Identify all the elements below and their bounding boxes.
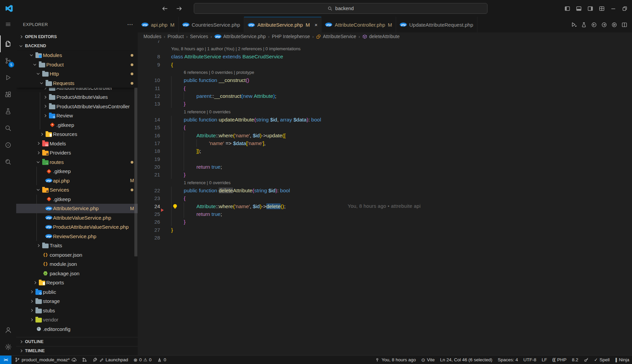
- run-circle-icon[interactable]: [611, 22, 617, 28]
- tab-attributecontroller.php[interactable]: phpAttributeController.phpM: [321, 17, 396, 32]
- code-line-17[interactable]: 17'name' => $data['name'],: [138, 139, 632, 147]
- code-line-8[interactable]: 8class AttributeService extends BaseCrud…: [138, 53, 632, 60]
- close-icon[interactable]: ×: [315, 22, 318, 27]
- run-dropdown-icon[interactable]: [571, 22, 577, 28]
- tree-item-stubs[interactable]: stubs: [16, 306, 138, 315]
- code-line-9[interactable]: 9{: [138, 61, 632, 68]
- breadcrumb-item[interactable]: deleteAttribute: [362, 34, 399, 39]
- activity-menu[interactable]: [0, 17, 16, 32]
- remote-indicator[interactable]: ><: [0, 356, 11, 364]
- tree-item-review[interactable]: Review: [16, 111, 138, 120]
- code-line-25[interactable]: 25return true;: [138, 210, 632, 218]
- activity-source-control[interactable]: 5: [0, 52, 16, 69]
- code-line-10[interactable]: 10public function __construct(): [138, 76, 632, 84]
- ports-status[interactable]: 0: [154, 356, 169, 364]
- nav-forward-icon[interactable]: [601, 22, 607, 28]
- tree-item-.gitkeep[interactable]: .gitkeep: [16, 195, 138, 204]
- split-editor-icon[interactable]: [622, 22, 627, 28]
- panel-left-icon[interactable]: [562, 4, 572, 13]
- code-line-7[interactable]: 7: [138, 40, 632, 45]
- tree-item-public[interactable]: public: [16, 287, 138, 297]
- activity-testing[interactable]: [0, 103, 16, 120]
- problems-status[interactable]: ⊗0⚠0: [131, 356, 154, 364]
- minimize-icon[interactable]: [608, 4, 618, 13]
- nav-back-icon[interactable]: [161, 4, 169, 12]
- activity-extensions[interactable]: [0, 86, 16, 103]
- tree-item-vendor[interactable]: vendor: [16, 315, 138, 325]
- code-line-14[interactable]: 14public function updateAttribute(string…: [138, 116, 632, 123]
- tree-item-providers[interactable]: Providers: [16, 148, 138, 158]
- tree-item-http[interactable]: Http: [16, 69, 138, 79]
- breadcrumb-item[interactable]: phpAttributeService.php: [214, 34, 266, 39]
- code-line-12[interactable]: 12parent::__construct(new Attribute);: [138, 92, 632, 100]
- indentation-status[interactable]: Spaces: 4: [495, 356, 521, 364]
- tree-item-.editorconfig[interactable]: .editorconfig: [16, 325, 138, 334]
- tree-item-storage[interactable]: storage: [16, 297, 138, 306]
- tree-item-composer.json[interactable]: {}composer.json: [16, 250, 138, 260]
- code-line-19[interactable]: 19: [138, 155, 632, 163]
- tree-item-requests[interactable]: Requests: [16, 79, 138, 88]
- launchpad-button[interactable]: Launchpad: [90, 356, 131, 364]
- language-status[interactable]: ({PHP: [550, 356, 569, 364]
- restore-icon[interactable]: [620, 4, 629, 13]
- tree-item--[interactable]: ⋯: [16, 334, 138, 337]
- tab-api.php[interactable]: phpapi.phpM: [138, 17, 179, 32]
- codelens-text[interactable]: 1 reference | 0 overrides: [184, 179, 632, 187]
- activity-inspect[interactable]: [0, 153, 16, 170]
- breadcrumb-item[interactable]: Services: [190, 34, 208, 39]
- git-branch-status[interactable]: product_module_moaz*: [12, 356, 79, 364]
- tree-item-attributevaluescontroller[interactable]: AttributeValuesController: [16, 88, 138, 92]
- lightbulb-icon[interactable]: [173, 204, 177, 208]
- code-line-21[interactable]: 21}: [138, 171, 632, 178]
- tree-item-.gitkeep[interactable]: .gitkeep: [16, 120, 138, 130]
- ninja-status[interactable]: ∥Ninja: [612, 356, 632, 364]
- outline-header[interactable]: OUTLINE: [16, 337, 138, 346]
- panel-right-icon[interactable]: [585, 4, 595, 13]
- tree-item-reports[interactable]: Reports: [16, 278, 138, 287]
- codelens-line[interactable]: You, 8 hours ago | 1 author (You) | 2 re…: [138, 45, 632, 53]
- activity-search[interactable]: [0, 120, 16, 137]
- activity-account[interactable]: [0, 321, 16, 338]
- breadcrumb-item[interactable]: PHP Intelephense: [272, 34, 310, 39]
- code-line-26[interactable]: 26}: [138, 218, 632, 226]
- vite-status[interactable]: ⊙Vite: [419, 356, 438, 364]
- codelens-line[interactable]: 1 reference | 0 overrides: [138, 179, 632, 187]
- code-line-13[interactable]: 13}: [138, 100, 632, 108]
- command-center-search[interactable]: backend: [194, 3, 488, 14]
- activity-files[interactable]: [0, 35, 16, 52]
- code-line-20[interactable]: 20return true;: [138, 163, 632, 171]
- tree-item-attributevalueservice.php[interactable]: phpAttributeValueService.php: [16, 213, 138, 223]
- code-line-18[interactable]: 18]);: [138, 147, 632, 155]
- workspace-root-header[interactable]: BACKEND: [16, 41, 138, 51]
- php-version[interactable]: 8.2: [569, 356, 581, 364]
- open-editors-header[interactable]: OPEN EDITORS: [16, 32, 138, 41]
- nav-back-icon[interactable]: [591, 22, 597, 28]
- tab-updateattributerequest.php[interactable]: phpUpdateAttributeRequest.php: [396, 17, 477, 32]
- codelens-line[interactable]: 6 references | 0 overrides | prototype: [138, 68, 632, 76]
- tree-item-services[interactable]: Services: [16, 185, 138, 195]
- license-status[interactable]: [581, 356, 591, 364]
- tree-item-productattributevalues[interactable]: ProductAttributeValues: [16, 92, 138, 102]
- views-more-actions-icon[interactable]: ⋯: [127, 21, 133, 28]
- code-line-27[interactable]: 27}: [138, 226, 632, 234]
- tree-item-productattributevaluescontroller[interactable]: ProductAttributeValuesController: [16, 102, 138, 111]
- code-line-24[interactable]: 24Attribute::where('name', $id)->delete(…: [138, 202, 632, 210]
- timeline-header[interactable]: TIMELINE: [16, 346, 138, 355]
- tree-item-productattributevalueservice.php[interactable]: phpProductAttributeValueService.php: [16, 222, 138, 232]
- code-line-28[interactable]: 28: [138, 234, 632, 242]
- code-line-15[interactable]: 15{: [138, 123, 632, 131]
- activity-circle[interactable]: [0, 137, 16, 153]
- code-line-11[interactable]: 11{: [138, 84, 632, 92]
- tree-item-modules[interactable]: Modules: [16, 51, 138, 60]
- blame-status[interactable]: You, 8 hours ago: [372, 356, 419, 364]
- breadcrumb-item[interactable]: Product: [167, 34, 184, 39]
- activity-settings[interactable]: [0, 338, 16, 355]
- sidebar-scrollbar[interactable]: [134, 88, 137, 256]
- breadcrumb-item[interactable]: AttributeService: [316, 34, 356, 39]
- tree-item-models[interactable]: Models: [16, 139, 138, 148]
- code-editor[interactable]: 7You, 8 hours ago | 1 author (You) | 2 r…: [138, 40, 632, 355]
- tree-item-reviewservice.php[interactable]: phpReviewService.php: [16, 232, 138, 241]
- nav-forward-icon[interactable]: [175, 4, 183, 12]
- beaker-icon[interactable]: [581, 22, 587, 28]
- activity-run-debug[interactable]: [0, 69, 16, 86]
